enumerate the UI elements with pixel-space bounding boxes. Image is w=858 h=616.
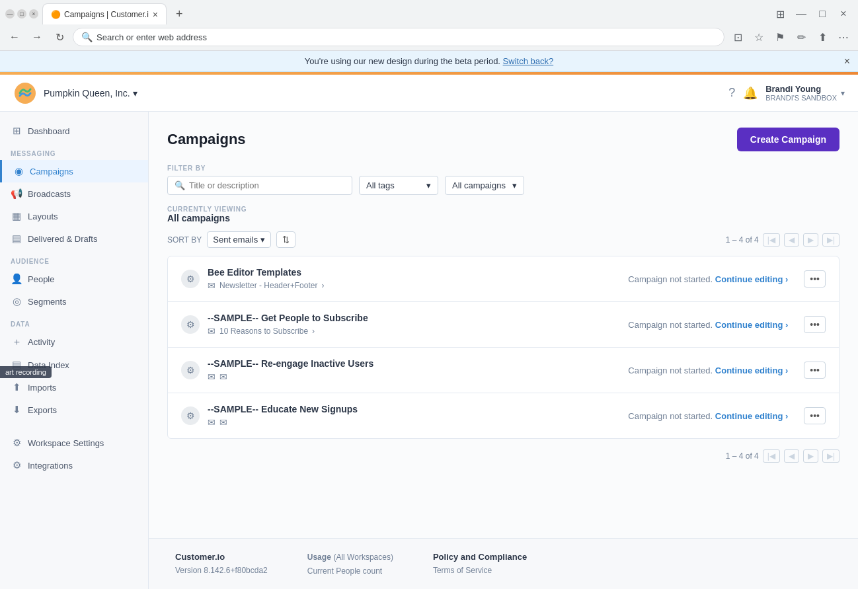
campaign-more-btn-4[interactable]: ••• bbox=[804, 407, 826, 424]
campaign-item-4: ⚙ --SAMPLE-- Educate New Signups ✉ ✉ Cam… bbox=[168, 393, 839, 438]
window-maximize-btn[interactable]: □ bbox=[813, 5, 832, 23]
footer-col2-subtitle: (All Workspaces) bbox=[333, 553, 393, 562]
campaign-continue-link-3[interactable]: Continue editing › bbox=[715, 366, 788, 375]
campaign-name-4[interactable]: --SAMPLE-- Educate New Signups bbox=[208, 404, 620, 414]
window-close-btn[interactable]: × bbox=[834, 5, 853, 23]
sidebar-item-activity-label: Activity bbox=[28, 337, 55, 347]
more-btn[interactable]: ⋯ bbox=[834, 28, 853, 46]
sort-chevron-icon: ▾ bbox=[260, 235, 265, 245]
user-workspace: BRANDI'S SANDBOX bbox=[765, 94, 837, 102]
sort-direction-btn[interactable]: ⇅ bbox=[276, 231, 295, 248]
notifications-btn[interactable]: 🔔 bbox=[743, 86, 758, 100]
address-text: Search or enter web address bbox=[97, 32, 207, 42]
prev-page-btn-bottom[interactable]: ◀ bbox=[784, 449, 799, 463]
tags-filter-select[interactable]: All tags ▾ bbox=[359, 176, 438, 195]
audience-section-label: AUDIENCE bbox=[0, 250, 148, 268]
user-info[interactable]: Brandi Young BRANDI'S SANDBOX ▾ bbox=[765, 84, 845, 102]
first-page-btn-bottom[interactable]: |◀ bbox=[763, 449, 780, 463]
company-selector[interactable]: Pumpkin Queen, Inc. ▾ bbox=[44, 88, 137, 98]
window-minimize-btn[interactable]: — bbox=[792, 5, 810, 23]
pagination-bottom: 1 – 4 of 4 |◀ ◀ ▶ ▶| bbox=[726, 449, 839, 463]
sidebar-item-imports[interactable]: ⬆ Imports bbox=[0, 376, 148, 399]
campaign-name-1[interactable]: Bee Editor Templates bbox=[208, 267, 620, 278]
sidebar-item-dashboard[interactable]: ⊞ Dashboard bbox=[0, 120, 148, 142]
tab-menu-btn[interactable]: ⊞ bbox=[771, 5, 789, 23]
campaigns-filter-select[interactable]: All campaigns ▾ bbox=[445, 176, 524, 195]
banner-close-btn[interactable]: × bbox=[844, 56, 850, 67]
prev-page-btn[interactable]: ◀ bbox=[784, 233, 799, 247]
bookmark-btn[interactable]: ☆ bbox=[750, 28, 768, 46]
next-page-btn[interactable]: ▶ bbox=[803, 233, 818, 247]
sidebar-item-campaigns[interactable]: ◉ Campaigns bbox=[0, 160, 148, 182]
campaign-status-1: Campaign not started. Continue editing › bbox=[628, 274, 788, 284]
sidebar-item-workspace-settings[interactable]: ⚙ Workspace Settings bbox=[0, 432, 148, 454]
sidebar-item-integrations[interactable]: ⚙ Integrations bbox=[0, 454, 148, 477]
reload-btn[interactable]: ↻ bbox=[50, 28, 69, 46]
create-campaign-btn[interactable]: Create Campaign bbox=[737, 128, 839, 151]
sidebar-item-broadcasts-label: Broadcasts bbox=[28, 189, 71, 199]
new-tab-btn[interactable]: + bbox=[171, 5, 188, 24]
beta-banner: You're using our new design during the b… bbox=[0, 51, 858, 72]
sort-row-top: SORT BY Sent emails ▾ ⇅ 1 – 4 of 4 |◀ ◀ … bbox=[167, 231, 839, 248]
sidebar-item-delivered-drafts[interactable]: ▤ Delivered & Drafts bbox=[0, 227, 148, 250]
segments-icon: ◎ bbox=[11, 295, 22, 307]
address-bar[interactable]: 🔍 Search or enter web address bbox=[73, 28, 724, 46]
sidebar-item-layouts[interactable]: ▦ Layouts bbox=[0, 205, 148, 227]
campaign-more-btn-3[interactable]: ••• bbox=[804, 362, 826, 379]
browser-tab[interactable]: 🟠 Campaigns | Customer.i × bbox=[42, 3, 167, 24]
main-content: Campaigns Create Campaign FILTER BY 🔍 Al… bbox=[149, 112, 858, 538]
company-chevron-icon: ▾ bbox=[133, 88, 137, 98]
campaigns-list: ⚙ Bee Editor Templates ✉ Newsletter - He… bbox=[167, 256, 839, 439]
filter-label: FILTER BY bbox=[167, 165, 839, 172]
minimize-btn[interactable]: — bbox=[5, 9, 15, 19]
campaign-more-btn-1[interactable]: ••• bbox=[804, 270, 826, 288]
tab-strip-btn[interactable]: ⊡ bbox=[728, 28, 747, 46]
sidebar-item-broadcasts[interactable]: 📢 Broadcasts bbox=[0, 182, 148, 205]
data-section-label: DATA bbox=[0, 313, 148, 330]
tab-close-btn[interactable]: × bbox=[153, 10, 158, 19]
tab-title: Campaigns | Customer.i bbox=[64, 10, 149, 19]
maximize-btn[interactable]: □ bbox=[17, 9, 26, 19]
title-filter-input-wrapper[interactable]: 🔍 bbox=[167, 176, 352, 195]
email-icon-3b: ✉ bbox=[219, 371, 227, 382]
terms-of-service-link[interactable]: Terms of Service bbox=[433, 566, 527, 575]
help-btn[interactable]: ? bbox=[728, 86, 735, 100]
sidebar-item-segments[interactable]: ◎ Segments bbox=[0, 290, 148, 313]
footer-col2-metric: Current People count bbox=[307, 566, 382, 576]
campaign-more-btn-2[interactable]: ••• bbox=[804, 316, 826, 333]
forward-btn[interactable]: → bbox=[28, 28, 46, 46]
title-filter-input[interactable] bbox=[189, 180, 345, 190]
back-btn[interactable]: ← bbox=[5, 28, 24, 46]
email-icon-1: ✉ bbox=[208, 280, 215, 291]
sidebar-item-activity[interactable]: ＋ Activity bbox=[0, 330, 148, 354]
close-btn[interactable]: × bbox=[29, 9, 38, 19]
last-page-btn-bottom[interactable]: ▶| bbox=[822, 449, 839, 463]
sidebar-item-people[interactable]: 👤 People bbox=[0, 268, 148, 290]
campaign-name-3[interactable]: --SAMPLE-- Re-engage Inactive Users bbox=[208, 358, 620, 369]
tags-chevron-icon: ▾ bbox=[426, 180, 431, 190]
last-page-btn[interactable]: ▶| bbox=[822, 233, 839, 247]
sidebar-item-exports[interactable]: ⬇ Exports bbox=[0, 399, 148, 421]
share-btn[interactable]: ⬆ bbox=[813, 28, 832, 46]
campaign-name-2[interactable]: --SAMPLE-- Get People to Subscribe bbox=[208, 313, 620, 323]
delivered-drafts-icon: ▤ bbox=[11, 233, 22, 245]
campaign-continue-link-1[interactable]: Continue editing › bbox=[715, 274, 788, 284]
next-page-btn-bottom[interactable]: ▶ bbox=[803, 449, 818, 463]
first-page-btn[interactable]: |◀ bbox=[763, 233, 780, 247]
footer-version-link[interactable]: Version 8.142.6+f80bcda2 bbox=[175, 566, 268, 575]
pen-btn[interactable]: ✏ bbox=[792, 28, 810, 46]
campaign-status-4: Campaign not started. Continue editing › bbox=[628, 411, 788, 421]
switch-back-link[interactable]: Switch back? bbox=[503, 56, 554, 66]
currently-viewing-value: All campaigns bbox=[167, 213, 839, 223]
app-logo bbox=[13, 81, 37, 105]
sort-select[interactable]: Sent emails ▾ bbox=[207, 231, 271, 248]
currently-viewing: CURRENTLY VIEWING All campaigns bbox=[167, 206, 839, 223]
sort-option-label: Sent emails bbox=[213, 235, 258, 245]
campaign-continue-link-4[interactable]: Continue editing › bbox=[715, 411, 788, 421]
bookmark-mgr-btn[interactable]: ⚑ bbox=[771, 28, 789, 46]
messaging-section-label: MESSAGING bbox=[0, 142, 148, 160]
campaign-icon-3: ⚙ bbox=[181, 361, 200, 379]
campaign-info-3: --SAMPLE-- Re-engage Inactive Users ✉ ✉ bbox=[208, 358, 620, 382]
campaign-continue-link-2[interactable]: Continue editing › bbox=[715, 320, 788, 330]
activity-icon: ＋ bbox=[11, 336, 22, 348]
